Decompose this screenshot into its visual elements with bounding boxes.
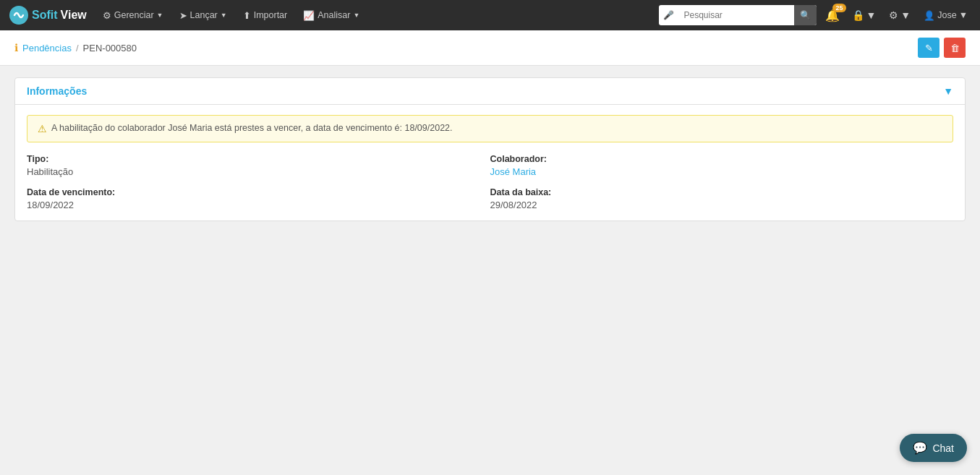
nav-gerenciar[interactable]: ⚙ Gerenciar ▼ bbox=[97, 7, 169, 24]
notifications-button[interactable]: 🔔 25 bbox=[822, 7, 843, 24]
field-colaborador: Colaborador: José Maria bbox=[490, 154, 954, 177]
gear-icon: ⚙ bbox=[103, 10, 111, 21]
chart-icon: 📈 bbox=[303, 10, 315, 21]
tipo-value: Habilitação bbox=[27, 166, 73, 177]
breadcrumb-actions: ✎ 🗑 bbox=[918, 38, 966, 58]
microphone-icon: 🎤 bbox=[659, 10, 678, 20]
brand-logo-icon bbox=[9, 5, 29, 25]
main-content: Informações ▼ ⚠ A habilitação do colabor… bbox=[0, 66, 980, 475]
delete-button[interactable]: 🗑 bbox=[944, 38, 966, 58]
breadcrumb-separator: / bbox=[76, 43, 79, 54]
navbar-right: 🎤 🔍 🔔 25 🔒 ▼ ⚙ ▼ 👤 Jose ▼ bbox=[659, 5, 972, 25]
field-data-vencimento: Data de vencimento: 18/09/2022 bbox=[27, 187, 490, 210]
collapse-icon[interactable]: ▼ bbox=[943, 85, 953, 97]
card-header: Informações ▼ bbox=[15, 78, 965, 105]
chat-icon: 💬 bbox=[913, 441, 927, 455]
nav-importar[interactable]: ⬆ Importar bbox=[237, 7, 294, 24]
chevron-down-icon: ▼ bbox=[900, 9, 911, 21]
card-body: ⚠ A habilitação do colaborador José Mari… bbox=[15, 105, 965, 221]
data-baixa-label: Data da baixa: bbox=[490, 187, 954, 197]
edit-button[interactable]: ✎ bbox=[918, 38, 939, 58]
field-tipo: Tipo: Habilitação bbox=[27, 154, 490, 177]
search-input[interactable] bbox=[678, 5, 794, 25]
info-card: Informações ▼ ⚠ A habilitação do colabor… bbox=[14, 77, 966, 221]
user-menu[interactable]: 👤 Jose ▼ bbox=[920, 9, 971, 22]
send-icon: ➤ bbox=[179, 10, 187, 21]
breadcrumb-bar: ℹ Pendências / PEN-000580 ✎ 🗑 bbox=[0, 30, 980, 66]
notifications-badge: 25 bbox=[832, 4, 845, 12]
data-vencimento-label: Data de vencimento: bbox=[27, 187, 490, 197]
lock-button[interactable]: 🔒 ▼ bbox=[848, 8, 880, 22]
info-grid: Tipo: Habilitação Colaborador: José Mari… bbox=[27, 154, 953, 210]
nav-importar-label: Importar bbox=[254, 10, 288, 20]
chevron-down-icon: ▼ bbox=[959, 10, 968, 20]
breadcrumb: ℹ Pendências / PEN-000580 bbox=[14, 42, 137, 54]
breadcrumb-current: PEN-000580 bbox=[83, 43, 137, 54]
chevron-down-icon: ▼ bbox=[221, 12, 227, 19]
search-button[interactable]: 🔍 bbox=[794, 5, 817, 25]
nav-gerenciar-label: Gerenciar bbox=[114, 10, 154, 20]
brand-sofit: Sofit bbox=[32, 9, 58, 22]
field-data-baixa: Data da baixa: 29/08/2022 bbox=[490, 187, 954, 210]
nav-analisar[interactable]: 📈 Analisar ▼ bbox=[297, 7, 365, 24]
colaborador-link[interactable]: José Maria bbox=[490, 166, 537, 177]
data-vencimento-value: 18/09/2022 bbox=[27, 200, 74, 210]
search-box: 🎤 🔍 bbox=[659, 5, 817, 25]
nav-lancar-label: Lançar bbox=[190, 10, 218, 20]
card-title: Informações bbox=[27, 85, 87, 97]
colaborador-label: Colaborador: bbox=[490, 154, 954, 164]
nav-lancar[interactable]: ➤ Lançar ▼ bbox=[174, 7, 233, 24]
chevron-down-icon: ▼ bbox=[157, 12, 163, 19]
user-name: Jose bbox=[937, 10, 956, 20]
chevron-down-icon: ▼ bbox=[866, 9, 877, 21]
data-baixa-value: 29/08/2022 bbox=[490, 200, 537, 210]
brand: SofitView bbox=[9, 5, 87, 25]
brand-view: View bbox=[61, 9, 87, 22]
breadcrumb-parent-link[interactable]: Pendências bbox=[22, 43, 72, 54]
navbar: SofitView ⚙ Gerenciar ▼ ➤ Lançar ▼ ⬆ Imp… bbox=[0, 0, 980, 30]
settings-button[interactable]: ⚙ ▼ bbox=[885, 8, 914, 22]
upload-icon: ⬆ bbox=[243, 10, 251, 21]
chevron-down-icon: ▼ bbox=[353, 12, 359, 19]
chat-button[interactable]: 💬 Chat bbox=[900, 434, 967, 462]
nav-analisar-label: Analisar bbox=[318, 10, 350, 20]
tipo-label: Tipo: bbox=[27, 154, 490, 164]
info-icon: ℹ bbox=[14, 42, 18, 54]
warning-icon: ⚠ bbox=[38, 123, 47, 134]
alert-warning: ⚠ A habilitação do colaborador José Mari… bbox=[27, 115, 953, 142]
alert-message: A habilitação do colaborador José Maria … bbox=[51, 123, 453, 133]
chat-label: Chat bbox=[932, 442, 954, 454]
